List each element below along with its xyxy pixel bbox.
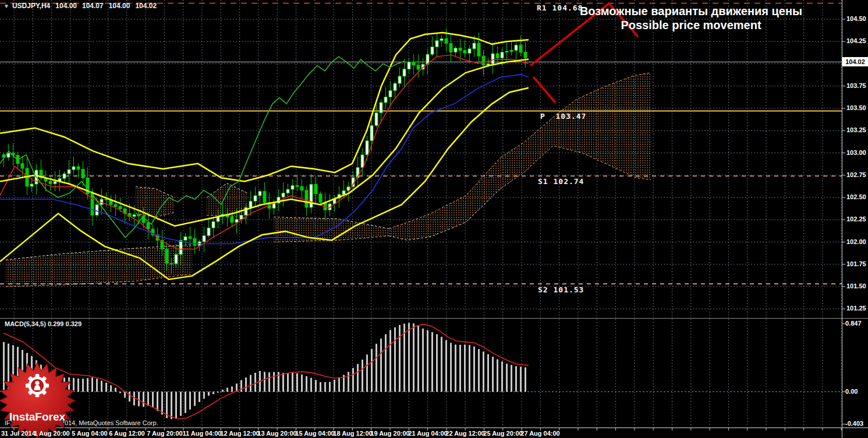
time-tick-label: 21 Aug 04:00 bbox=[408, 430, 447, 437]
macd-tick-label: 0.00 bbox=[845, 388, 858, 395]
time-tick-label: 19 Aug 20:00 bbox=[370, 430, 409, 437]
symbol-dropdown-arrow-icon[interactable]: ▼ bbox=[3, 3, 9, 9]
time-tick-label: 7 Aug 20:00 bbox=[147, 430, 182, 437]
price-tick-label: 102.75 bbox=[846, 171, 866, 178]
time-tick-label: 13 Aug 20:00 bbox=[257, 430, 296, 437]
price-tick-label: 102.50 bbox=[846, 193, 866, 200]
time-tick-label: 1 Aug 20:00 bbox=[34, 430, 69, 437]
macd-indicator-label: MACD(5,34,5) 0.299 0.329 bbox=[5, 320, 82, 327]
time-tick-label: 5 Aug 04:00 bbox=[72, 430, 107, 437]
chart-header: ▼USDJPY,H4104.00104.07104.00104.02 bbox=[3, 2, 157, 10]
time-tick-label: 31 Jul 2014 bbox=[1, 430, 36, 437]
pivot-label-s1: S1 102.74 bbox=[538, 177, 584, 186]
macd-tick-label: 0.847 bbox=[845, 320, 862, 327]
instaforex-logo: InstaForex bbox=[0, 360, 78, 438]
time-tick-label: 27 Aug 04:00 bbox=[520, 430, 559, 437]
ohlc-close: 104.02 bbox=[135, 2, 157, 10]
pivot-label-p: P 103.47 bbox=[540, 112, 586, 121]
ohlc-high: 104.07 bbox=[82, 2, 104, 10]
price-tick-label: 102.00 bbox=[846, 238, 866, 245]
time-tick-label: 11 Aug 04:00 bbox=[183, 430, 222, 437]
time-tick-label: 15 Aug 04:00 bbox=[295, 430, 334, 437]
price-tick-label: 103.00 bbox=[846, 149, 866, 156]
price-tick-label: 104.25 bbox=[846, 37, 866, 44]
logo-text: InstaForex bbox=[9, 411, 66, 423]
time-tick-label: 22 Aug 12:00 bbox=[445, 430, 484, 437]
time-tick-label: 25 Aug 20:00 bbox=[483, 430, 522, 437]
price-tick-label: 103.50 bbox=[846, 104, 866, 111]
annotation-line-ru: Возможные варианты движения цены bbox=[573, 4, 809, 18]
price-tick-label: 101.75 bbox=[846, 260, 866, 267]
current-price-badge: 104.02 bbox=[842, 57, 868, 66]
time-tick-label: 18 Aug 12:00 bbox=[333, 430, 372, 437]
time-tick-label: 12 Aug 12:00 bbox=[220, 430, 259, 437]
annotation-line-en: Possible price movement bbox=[573, 18, 809, 32]
price-tick-label: 103.75 bbox=[846, 82, 866, 89]
price-tick-label: 104.50 bbox=[846, 15, 866, 22]
ohlc-low: 104.00 bbox=[109, 2, 130, 10]
ohlc-open: 104.00 bbox=[55, 2, 77, 10]
price-chart-canvas[interactable] bbox=[0, 0, 868, 438]
analyst-annotation: Возможные варианты движения цены Possibl… bbox=[573, 4, 809, 32]
price-tick-label: 102.25 bbox=[846, 216, 866, 222]
pivot-label-s2: S2 101.53 bbox=[538, 285, 584, 294]
price-tick-label: 101.50 bbox=[846, 282, 866, 289]
price-tick-label: 101.25 bbox=[846, 305, 866, 312]
starburst-shape bbox=[0, 362, 76, 438]
time-tick-label: 6 Aug 12:00 bbox=[109, 430, 144, 437]
gear-person-icon bbox=[26, 374, 49, 397]
macd-tick-label: -0.403 bbox=[845, 420, 863, 427]
price-tick-label: 103.25 bbox=[846, 126, 866, 133]
trading-chart-window: ▼USDJPY,H4104.00104.07104.00104.02 R1 10… bbox=[0, 0, 868, 438]
symbol-name: USDJPY,H4 bbox=[12, 2, 50, 10]
